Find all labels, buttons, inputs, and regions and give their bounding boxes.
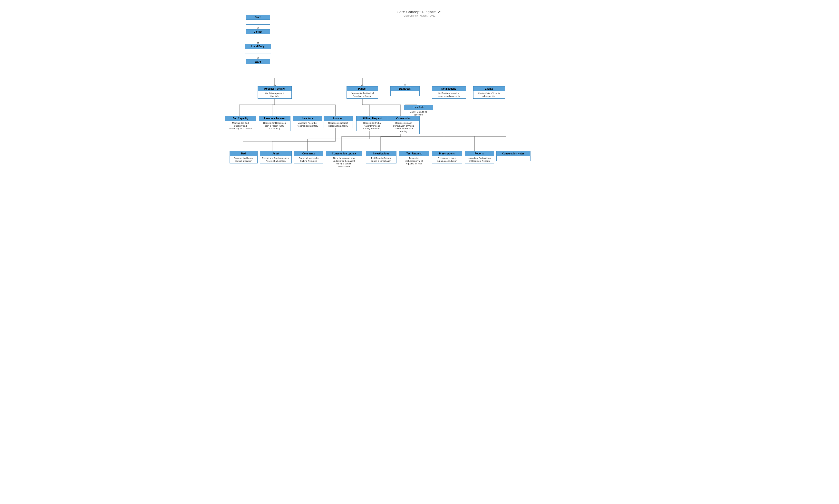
district-header: District [246, 29, 270, 34]
inventory-header: Inventory [293, 116, 322, 121]
svg-marker-52 [257, 41, 259, 43]
consultation-notes-header: Consultation Notes [496, 151, 531, 156]
svg-marker-54 [274, 84, 275, 86]
diagram-subtitle: Gign Chandy | March 3, 2022 [210, 14, 629, 17]
prescriptions-header: Prescriptions [432, 151, 462, 156]
hospital-node: Hospital (Facility) Facilities represent… [257, 86, 292, 98]
patient-node: Patient Represents the MedicalDetails of… [346, 86, 378, 98]
test-request-header: Test Request [399, 151, 429, 156]
diagram-container: Care Concept Diagram V1 Gign Chandy | Ma… [210, 0, 629, 252]
district-body [246, 34, 270, 39]
inventory-body: Maintains Record ofPerishables/Inventory [293, 121, 322, 128]
district-node: District [246, 29, 270, 39]
svg-marker-55 [361, 84, 363, 86]
reports-node: Reports Uploads of Audio/Videoor Documen… [465, 151, 494, 163]
notifications-header: Notifications [432, 86, 466, 91]
diagram-title-area: Care Concept Diagram V1 Gign Chandy | Ma… [210, 0, 629, 18]
shifting-request-header: Shifting Request [356, 116, 388, 121]
state-header: State [246, 15, 270, 20]
svg-marker-4 [257, 42, 259, 44]
ward-node: Ward [246, 59, 270, 69]
svg-marker-56 [404, 84, 406, 86]
patient-body: Represents the MedicalDetails of a Perso… [346, 91, 378, 98]
notifications-body: Notifications issued tousers based on ev… [432, 91, 466, 98]
bed-capacity-body: Maintain the BedCapacity andavailability… [225, 121, 256, 131]
diagram-title: Care Concept Diagram V1 [210, 5, 629, 14]
shifting-request-body: Request to Shift aPatient from oneFacili… [356, 121, 388, 131]
user-role-header: User Role [404, 105, 433, 110]
reports-body: Uploads of Audio/Videoor Document Report… [465, 156, 494, 163]
staff-node: Staff(User) [390, 86, 420, 96]
resource-request-body: Request for Resourcesfrom a Facility (SO… [259, 121, 290, 131]
state-node: State [246, 15, 270, 24]
events-header: Events [473, 86, 505, 91]
notifications-node: Notifications Notifications issued touse… [432, 86, 466, 98]
svg-marker-51 [257, 27, 259, 29]
asset-body: Record and Configuration ofAssets at a L… [260, 156, 292, 163]
comments-node: Comments Comment system forShifting Requ… [294, 151, 323, 163]
ward-body [246, 64, 270, 69]
consultation-node: Consultation Represents eachConsultation… [388, 116, 420, 134]
investigations-body: Test Results Orderedduring a consultatio… [366, 156, 396, 163]
events-body: Master Data of Eventsto be specified [473, 91, 505, 98]
inventory-node: Inventory Maintains Record ofPerishables… [293, 116, 322, 128]
local-body-body [245, 49, 271, 54]
prescriptions-node: Prescriptions Prescriptions madeduring a… [432, 151, 462, 163]
consultation-body: Represents eachConsultation or Visit aPa… [388, 121, 420, 134]
bed-body: Represents differentbeds at a location [230, 156, 257, 163]
bed-capacity-header: Bed Capacity [225, 116, 256, 121]
hospital-body: Facilities representHospitals [257, 91, 292, 98]
staff-header: Staff(User) [390, 86, 420, 91]
hospital-header: Hospital (Facility) [257, 86, 292, 91]
comments-body: Comment system forShifting Requests [294, 156, 323, 163]
resource-request-header: Resource Request [259, 116, 290, 121]
events-node: Events Master Data of Eventsto be specif… [473, 86, 505, 98]
bed-capacity-node: Bed Capacity Maintain the BedCapacity an… [225, 116, 256, 131]
test-request-body: Traces thestatus/approval ofrequests for… [399, 156, 429, 166]
location-node: Location Represents differentlocations f… [324, 116, 353, 128]
local-body-node: Local Body [245, 44, 271, 54]
investigations-node: Investigations Test Results Ordereddurin… [366, 151, 396, 163]
reports-header: Reports [465, 151, 494, 156]
resource-request-node: Resource Request Request for Resourcesfr… [259, 116, 290, 131]
asset-header: Asset [260, 151, 292, 156]
comments-header: Comments [294, 151, 323, 156]
prescriptions-body: Prescriptions madeduring a consultation [432, 156, 462, 163]
investigations-header: Investigations [366, 151, 396, 156]
asset-node: Asset Record and Configuration ofAssets … [260, 151, 292, 163]
consultation-update-header: Consultation Update [326, 151, 362, 156]
location-body: Represents differentlocations fin a faci… [324, 121, 353, 128]
bed-header: Bed [230, 151, 257, 156]
svg-marker-2 [257, 27, 259, 29]
svg-marker-8 [257, 57, 259, 59]
consultation-notes-body [496, 156, 531, 161]
shifting-request-node: Shifting Request Request to Shift aPatie… [356, 116, 388, 131]
consultation-update-body: Used for entering newupdates for the pat… [326, 156, 362, 169]
staff-body [390, 91, 420, 96]
consultation-update-node: Consultation Update Used for entering ne… [326, 151, 362, 169]
consultation-notes-node: Consultation Notes [496, 151, 531, 161]
ward-header: Ward [246, 59, 270, 64]
local-body-header: Local Body [245, 44, 271, 49]
test-request-node: Test Request Traces thestatus/approval o… [399, 151, 429, 166]
consultation-header: Consultation [388, 116, 420, 121]
bed-node: Bed Represents differentbeds at a locati… [230, 151, 257, 163]
state-body [246, 20, 270, 24]
location-header: Location [324, 116, 353, 121]
patient-header: Patient [346, 86, 378, 91]
user-role-node: User Role Master Data to bespecified [404, 105, 433, 117]
svg-marker-53 [257, 57, 259, 59]
